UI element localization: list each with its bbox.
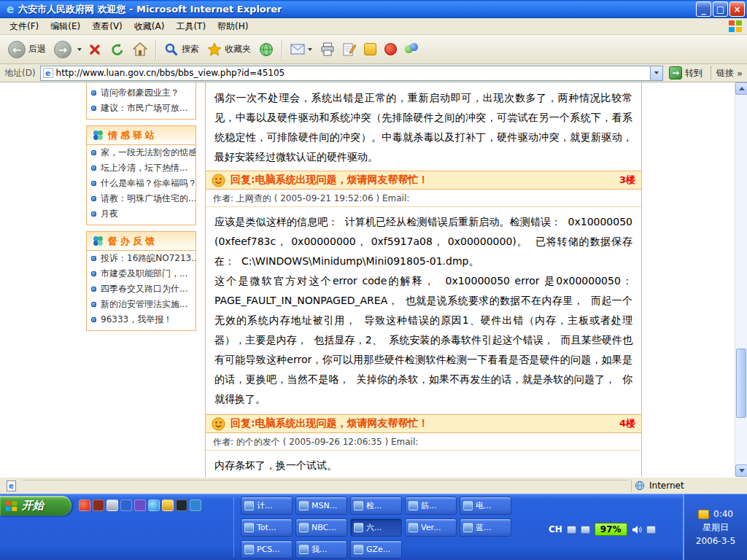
author-line: 作者: 上网查的 ( 2005-09-21 19:52:06 ) Email: <box>206 190 641 207</box>
menu-help[interactable]: 帮助(H) <box>212 19 253 34</box>
close-button[interactable]: × <box>729 1 745 17</box>
floor-badge: 4楼 <box>619 417 635 430</box>
quick-launch-icon-6[interactable] <box>148 499 160 511</box>
tray-app-icon[interactable] <box>581 526 590 534</box>
svg-text:e: e <box>9 482 14 490</box>
bullet-icon <box>91 302 96 307</box>
messenger-app-button[interactable] <box>403 42 420 57</box>
language-indicator[interactable]: CH <box>549 524 562 534</box>
menu-favorites[interactable]: 收藏(A) <box>129 19 170 34</box>
sidebar-link[interactable]: 请问帝都豪园业主？ <box>87 85 196 101</box>
links-overflow-chevron[interactable]: » <box>737 68 744 79</box>
history-button[interactable] <box>257 41 276 58</box>
notes-app-button[interactable] <box>362 42 379 57</box>
quick-launch-icon-5[interactable] <box>134 499 146 511</box>
quick-launch-icon-9[interactable] <box>190 499 201 511</box>
internet-zone-icon <box>635 481 645 491</box>
star-icon <box>207 42 222 57</box>
quick-launch-icon-4[interactable] <box>120 499 132 511</box>
menu-edit[interactable]: 编辑(E) <box>45 19 85 34</box>
taskbar-button[interactable]: Tot... <box>241 518 293 537</box>
address-dropdown-button[interactable] <box>650 66 662 80</box>
volume-icon[interactable] <box>632 525 642 534</box>
menu-view[interactable]: 查看(V) <box>87 19 128 34</box>
qq-app-button[interactable] <box>382 42 399 57</box>
globe-icon <box>259 42 274 57</box>
scroll-down-button[interactable] <box>735 464 747 477</box>
sidebar-link[interactable]: 建议：市民广场可放... <box>87 101 196 116</box>
quick-launch-icon-3[interactable] <box>107 499 118 511</box>
sidebar-link[interactable]: 坛上冷清，坛下热情... <box>87 160 196 176</box>
search-button[interactable]: 搜索 <box>162 41 201 58</box>
sidebar-link[interactable]: 投诉：16路皖NO7213... <box>87 251 196 266</box>
sidebar-link[interactable]: 新的治安管理法实施... <box>87 297 196 312</box>
favorites-button[interactable]: 收藏夹 <box>205 41 253 58</box>
taskbar-button[interactable]: MSN... <box>295 497 347 515</box>
sidebar-section-emotion: 情感驿站 家，一段无法割舍的惦感 坛上冷清，坛下热情... 什么是幸福？你幸福吗… <box>86 125 196 225</box>
reply-body-continued: 偶尔一次不处理会，系统出错是正常的，重新启动即可，出现次数多了，两种情况比较常见… <box>206 82 641 171</box>
back-button[interactable]: ← 后退 <box>6 39 48 60</box>
sidebar-link[interactable]: 市建委及职能部门，... <box>87 266 196 281</box>
address-bar: 地址(D) e http://www.luan.gov.cn/bbs/bbs_v… <box>0 64 747 82</box>
taskbar-button[interactable]: 蓝... <box>460 518 511 537</box>
menu-tools[interactable]: 工具(T) <box>171 19 211 34</box>
scroll-up-button[interactable] <box>735 82 747 95</box>
keyboard-icon[interactable] <box>567 526 576 534</box>
forward-button[interactable]: → <box>52 39 74 60</box>
taskbar-button[interactable]: PCS... <box>241 540 293 559</box>
sidebar-link[interactable]: 月夜 <box>87 206 196 222</box>
clock-panel[interactable]: 0:40 星期日 2006-3-5 <box>683 494 747 560</box>
power-meter-icon <box>698 510 709 519</box>
battery-indicator[interactable]: 97% <box>595 523 627 536</box>
quick-launch-icon-7[interactable] <box>162 499 174 511</box>
taskbar-button[interactable]: GZe... <box>350 540 402 559</box>
taskbar-button[interactable]: 计... <box>241 497 293 515</box>
taskbar-button[interactable]: Ver... <box>405 518 457 537</box>
url-text[interactable]: http://www.luan.gov.cn/bbs/bbs_view.php?… <box>56 68 647 78</box>
taskbar-grip[interactable] <box>233 498 234 556</box>
vertical-scrollbar[interactable] <box>735 82 747 477</box>
print-button[interactable] <box>318 41 337 58</box>
minimize-button[interactable]: _ <box>696 1 711 17</box>
floor-badge: 3楼 <box>619 174 635 187</box>
sidebar-link[interactable]: 请教：明珠广场住宅的... <box>87 191 196 206</box>
sidebar-link[interactable]: 什么是幸福？你幸福吗？ <box>87 176 196 191</box>
taskbar-button[interactable]: 我... <box>295 540 347 559</box>
section-header: 情感驿站 <box>87 126 196 145</box>
refresh-button[interactable] <box>108 41 127 58</box>
taskbar-button-active[interactable]: 六... <box>350 518 402 537</box>
bullet-icon <box>91 196 96 201</box>
sidebar-link[interactable]: 四季春交又路口为什... <box>87 281 196 297</box>
mail-button[interactable] <box>288 42 314 56</box>
edit-icon <box>343 42 356 56</box>
start-flag-icon <box>5 500 18 512</box>
sidebar-section-feedback: 督办反馈 投诉：16路皖NO7213... 市建委及职能部门，... 四季春交又… <box>86 231 196 331</box>
network-icon[interactable] <box>646 526 656 534</box>
edit-button[interactable] <box>341 41 358 58</box>
stop-button[interactable] <box>85 41 104 58</box>
forward-dropdown-icon[interactable] <box>77 48 82 51</box>
go-arrow-icon: → <box>669 66 682 79</box>
menu-file[interactable]: 文件(F) <box>4 19 44 34</box>
maximize-button[interactable]: □ <box>713 1 728 17</box>
taskbar-button[interactable]: 电... <box>460 497 511 515</box>
go-button[interactable]: → 转到 <box>666 66 705 79</box>
sidebar-link[interactable]: 家，一段无法割舍的惦感 <box>87 145 196 160</box>
sidebar-link[interactable]: 96333，我举报！ <box>87 312 196 327</box>
section-title: 情感驿站 <box>108 129 158 142</box>
taskbar-button[interactable]: NBC... <box>295 518 347 537</box>
start-button[interactable]: 开始 <box>0 496 71 516</box>
quick-launch-icon-2[interactable] <box>93 499 104 511</box>
address-input[interactable]: e http://www.luan.gov.cn/bbs/bbs_view.ph… <box>40 66 663 81</box>
clock-weekday: 星期日 <box>703 521 729 534</box>
quick-launch-icon-8[interactable] <box>176 499 187 511</box>
links-label[interactable]: 链接 <box>716 67 734 79</box>
taskbar-button[interactable]: 筋... <box>405 497 457 515</box>
scrollbar-thumb[interactable] <box>736 349 746 418</box>
clock-date: 2006-3-5 <box>696 536 735 546</box>
taskbar-button[interactable]: 检... <box>350 497 402 515</box>
quick-launch-icon-1[interactable] <box>79 499 90 511</box>
home-button[interactable] <box>131 41 150 58</box>
links-grip[interactable] <box>711 66 711 79</box>
ie-logo-icon: e <box>4 3 17 16</box>
